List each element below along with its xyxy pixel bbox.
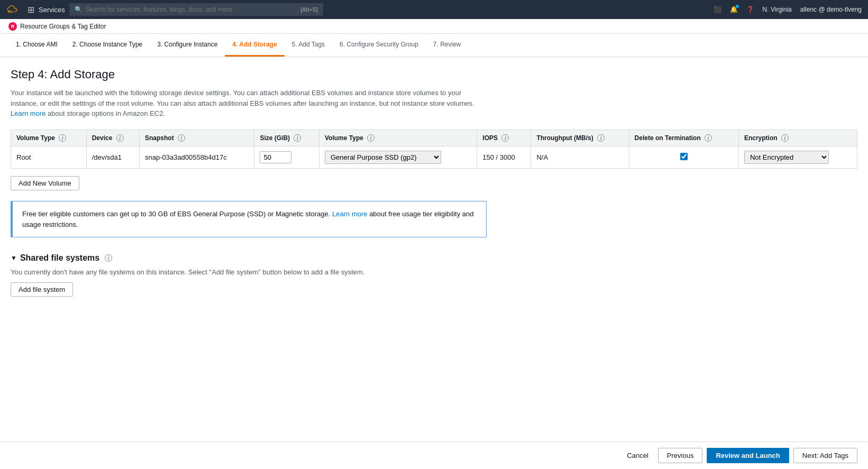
review-launch-button[interactable]: Review and Launch — [707, 448, 789, 463]
step-add-tags-label: 5. Add Tags — [292, 41, 325, 48]
region-selector[interactable]: N. Virginia — [763, 6, 792, 13]
row-iops: 150 / 3000 — [477, 146, 531, 169]
shared-filesystems-title: Shared file systems — [20, 253, 99, 263]
nav-right: ⬛ 🔔 ❓ N. Virginia allenc @ demo-tlveng — [714, 6, 862, 13]
wizard-steps: 1. Choose AMI 2. Choose Instance Type 3.… — [0, 34, 868, 57]
col-encryption-header: Encryption i — [738, 130, 857, 146]
previous-button[interactable]: Previous — [658, 448, 703, 463]
bottom-bar: Cancel Previous Review and Launch Next: … — [0, 442, 868, 469]
volume-type-select[interactable]: General Purpose SSD (gp2) Provisioned IO… — [325, 151, 441, 164]
wizard-step-instance-type[interactable]: 2. Choose Instance Type — [65, 34, 150, 57]
resource-icon: R — [8, 22, 17, 31]
col-size-header: Size (GiB) i — [254, 130, 319, 146]
row-snapshot: snap-03a3ad00558b4d17c — [139, 146, 254, 169]
row-encryption[interactable]: Not Encrypted Encrypted — [738, 146, 857, 169]
resource-bar: R Resource Groups & Tag Editor — [0, 19, 868, 34]
add-volume-button[interactable]: Add New Volume — [11, 176, 79, 190]
shared-filesystems-header[interactable]: ▼ Shared file systems i — [11, 253, 857, 263]
throughput-info-icon[interactable]: i — [597, 134, 605, 142]
search-bar[interactable]: 🔍 [Alt+S] — [69, 3, 323, 16]
iops-info-icon[interactable]: i — [501, 134, 509, 142]
notifications-icon[interactable]: 🔔 — [730, 6, 738, 13]
table-row: Root /dev/sda1 snap-03a3ad00558b4d17c Ge… — [11, 146, 857, 169]
search-shortcut: [Alt+S] — [300, 6, 318, 13]
col-voltype-header: Volume Type i — [319, 130, 477, 146]
page-content: Step 4: Add Storage Your instance will b… — [0, 57, 868, 459]
col-iops-header: IOPS i — [477, 130, 531, 146]
user-menu[interactable]: allenc @ demo-tlveng — [800, 6, 862, 13]
svg-text:aws: aws — [8, 10, 14, 13]
shared-filesystems-description: You currently don't have any file system… — [11, 268, 857, 276]
row-delete-on-termination[interactable] — [629, 146, 738, 169]
size-input[interactable] — [260, 151, 291, 163]
delete-termination-info-icon[interactable]: i — [705, 134, 712, 142]
vol-type-info-icon[interactable]: i — [367, 134, 374, 142]
encryption-select[interactable]: Not Encrypted Encrypted — [744, 151, 829, 164]
step-ami-label: 1. Choose AMI — [16, 41, 58, 48]
wizard-step-configure-instance[interactable]: 3. Configure Instance — [150, 34, 225, 57]
shared-filesystems-info-icon[interactable]: i — [105, 254, 112, 262]
encryption-info-icon[interactable]: i — [781, 134, 789, 142]
size-info-icon[interactable]: i — [294, 134, 301, 142]
step-security-group-label: 6. Configure Security Group — [340, 41, 418, 48]
wizard-step-add-tags[interactable]: 5. Add Tags — [285, 34, 333, 57]
learn-more-storage-link[interactable]: Learn more — [11, 109, 45, 117]
page-description-text2: about storage options in Amazon EC2. — [48, 109, 165, 117]
row-throughput: N/A — [531, 146, 629, 169]
step-add-storage-label: 4. Add Storage — [232, 41, 277, 48]
col-snapshot-header: Snapshot i — [139, 130, 254, 146]
row-device: /dev/sda1 — [86, 146, 139, 169]
aws-logo[interactable]: aws — [6, 5, 21, 14]
search-icon: 🔍 — [75, 6, 83, 13]
resource-bar-label[interactable]: Resource Groups & Tag Editor — [20, 23, 106, 30]
page-description-text1: Your instance will be launched with the … — [11, 89, 474, 107]
add-filesystem-button[interactable]: Add file system — [11, 282, 73, 297]
page-title: Step 4: Add Storage — [11, 68, 857, 81]
volume-type-info-icon[interactable]: i — [59, 134, 66, 142]
device-info-icon[interactable]: i — [116, 134, 124, 142]
row-size[interactable] — [254, 146, 319, 169]
col-throughput-header: Throughput (MB/s) i — [531, 130, 629, 146]
row-vol-type[interactable]: General Purpose SSD (gp2) Provisioned IO… — [319, 146, 477, 169]
services-link[interactable]: Services — [39, 6, 65, 14]
wizard-step-ami[interactable]: 1. Choose AMI — [8, 34, 65, 57]
chevron-down-icon: ▼ — [11, 254, 17, 262]
snapshot-info-icon[interactable]: i — [178, 134, 185, 142]
page-description: Your instance will be launched with the … — [11, 88, 487, 119]
grid-icon[interactable]: ⊞ — [28, 5, 34, 15]
search-input[interactable] — [86, 6, 297, 13]
wizard-step-security-group[interactable]: 6. Configure Security Group — [332, 34, 426, 57]
step-review-label: 7. Review — [433, 41, 461, 48]
wizard-step-review[interactable]: 7. Review — [426, 34, 469, 57]
step-instance-type-label: 2. Choose Instance Type — [72, 41, 143, 48]
info-box: Free tier eligible customers can get up … — [11, 201, 487, 237]
info-box-learn-more-link[interactable]: Learn more — [332, 210, 367, 218]
info-box-text1: Free tier eligible customers can get up … — [22, 210, 330, 218]
delete-on-termination-checkbox[interactable] — [680, 153, 688, 160]
step-configure-instance-label: 3. Configure Instance — [157, 41, 217, 48]
col-delete-termination-header: Delete on Termination i — [629, 130, 738, 146]
cancel-button[interactable]: Cancel — [622, 448, 653, 463]
col-device-header: Device i — [86, 130, 139, 146]
terminal-icon[interactable]: ⬛ — [714, 6, 721, 13]
top-navigation: aws ⊞ Services 🔍 [Alt+S] ⬛ 🔔 ❓ N. Virgin… — [0, 0, 868, 19]
help-icon[interactable]: ❓ — [746, 6, 754, 13]
col-volume-type-header: Volume Type i — [11, 130, 87, 146]
next-add-tags-button[interactable]: Next: Add Tags — [793, 448, 857, 463]
row-volume-type: Root — [11, 146, 87, 169]
wizard-step-add-storage[interactable]: 4. Add Storage — [225, 34, 284, 57]
storage-table: Volume Type i Device i Snapshot i Size (… — [11, 130, 857, 169]
